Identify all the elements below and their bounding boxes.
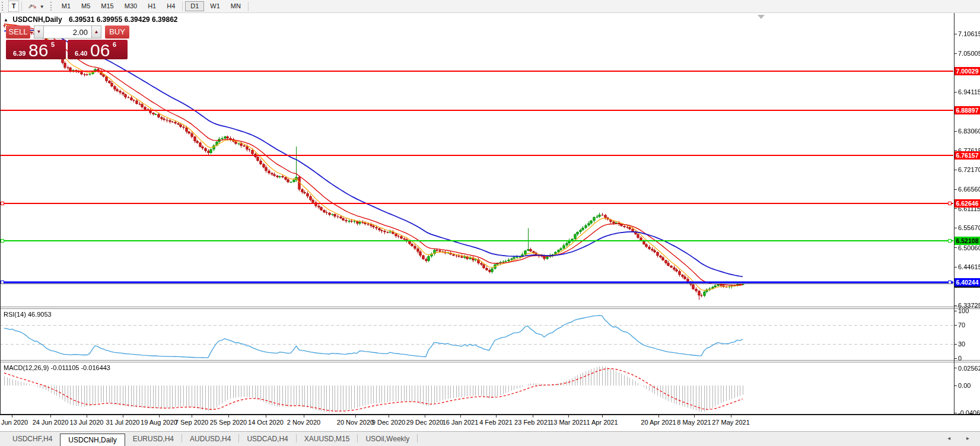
chart-tab-usdcad[interactable]: USDCAD,H4 <box>239 434 295 444</box>
chart-tab-usdcnh[interactable]: USDCNH,Daily <box>60 434 125 446</box>
price-tick-label: 6.44615 <box>958 263 980 270</box>
volume-input[interactable] <box>44 26 91 39</box>
one-click-trading-panel: SELL ▼ ▲ BUY 6.39 86 5 6.40 06 6 <box>6 26 129 59</box>
date-label: 13 Jul 2020 <box>70 419 104 426</box>
rsi-tick-label: 70 <box>958 321 965 329</box>
date-tick <box>658 415 659 418</box>
date-label: 2 Nov 2020 <box>287 419 320 426</box>
price-tick-label: 7.10615 <box>958 30 980 37</box>
price-tick-label: 6.83060 <box>958 128 980 135</box>
tab-scroll-arrows: ◂ ▸ <box>947 435 976 441</box>
date-label: 20 Apr 2021 <box>641 419 676 426</box>
macd-label: MACD(12,26,9) -0.011105 -0.016443 <box>4 364 110 371</box>
buy-price-display[interactable]: 6.40 06 6 <box>68 40 128 59</box>
rsi-tick <box>954 344 957 345</box>
buy-button[interactable]: BUY <box>105 26 129 39</box>
timeframe-d1[interactable]: D1 <box>185 1 204 11</box>
timeframe-h4[interactable]: H4 <box>162 1 180 11</box>
date-tick <box>425 415 425 418</box>
date-label: 4 Feb 2021 <box>479 419 513 426</box>
price-line-label: 6.62646 <box>954 199 980 208</box>
sell-price-pips: 86 <box>28 40 48 60</box>
timeframe-m5[interactable]: M5 <box>77 1 95 11</box>
timeframe-m30[interactable]: M30 <box>120 1 142 11</box>
time-axis[interactable]: 5 Jun 202024 Jun 202013 Jul 202031 Jul 2… <box>0 414 980 432</box>
timeframe-buttons: M1M5M15M30H1H4D1W1MN <box>56 1 250 11</box>
date-label: 8 May 2021 <box>677 419 711 426</box>
chart-tab-usdchf[interactable]: USDCHF,H4 <box>5 434 60 444</box>
toolbar-separator <box>182 2 183 11</box>
date-tick <box>602 415 603 418</box>
volume-decrease-button[interactable]: ▼ <box>34 26 44 39</box>
rsi-tick <box>954 325 957 326</box>
chart-shift-marker[interactable] <box>758 15 765 19</box>
date-label: 14 Oct 2020 <box>248 419 284 426</box>
price-tick-label: 6.66560 <box>958 186 980 193</box>
buy-price-point: 6 <box>113 41 116 48</box>
tab-scroll-left-icon[interactable]: ◂ <box>947 435 957 441</box>
sell-price-display[interactable]: 6.39 86 5 <box>6 40 66 59</box>
date-tick <box>228 415 229 418</box>
tab-scroll-right-icon[interactable]: ▸ <box>966 435 976 441</box>
rsi-tick-label: 0 <box>958 355 962 362</box>
volume-increase-button[interactable]: ▲ <box>91 26 101 39</box>
price-tick <box>954 208 957 209</box>
price-tick <box>954 131 957 132</box>
chevron-down-icon: ▼ <box>40 4 44 9</box>
price-tick-label: 6.72170 <box>958 166 980 173</box>
chart-tab-eurusd[interactable]: EURUSD,H4 <box>125 434 182 444</box>
macd-tick <box>954 386 957 386</box>
price-tick <box>954 53 957 54</box>
date-tick <box>266 415 266 418</box>
date-label: 5 Jun 2020 <box>0 419 28 426</box>
macd-tick-label: -0.040687 <box>958 409 980 416</box>
price-tick <box>954 228 957 228</box>
date-tick <box>460 415 461 418</box>
price-line-label: 6.52108 <box>954 237 980 245</box>
date-label: 23 Feb 2021 <box>514 419 551 426</box>
chart-tab-usoil[interactable]: USOil,Weekly <box>358 434 417 444</box>
buy-price-pips: 06 <box>90 40 110 60</box>
timeframe-m1[interactable]: M1 <box>57 1 75 11</box>
date-label: 19 Aug 2020 <box>141 419 177 426</box>
timeframe-w1[interactable]: W1 <box>205 1 225 11</box>
terminal-window: T ⇗⇘ ▼ M1M5M15M30H1H4D1W1MN ▲ USDCNH,Dai… <box>0 0 980 446</box>
price-tick-label: 6.50060 <box>958 244 980 251</box>
toolbar-drag-handle[interactable] <box>2 2 6 11</box>
date-tick <box>192 415 192 418</box>
date-label: 25 Sep 2020 <box>210 419 247 426</box>
date-tick <box>389 415 389 418</box>
toolbar-drag-handle[interactable] <box>50 2 55 11</box>
macd-tick <box>954 368 957 368</box>
chart-canvas[interactable] <box>0 0 980 446</box>
timeframe-h1[interactable]: H1 <box>143 1 161 11</box>
date-label: 29 Dec 2020 <box>406 419 443 426</box>
pane-separator[interactable] <box>0 360 980 362</box>
macd-tick <box>954 413 957 413</box>
price-tick-label: 7.05005 <box>958 50 980 57</box>
chart-tab-audusd[interactable]: AUDUSD,H4 <box>182 434 238 444</box>
chart-left-border <box>0 13 1 415</box>
collapse-arrow-icon[interactable]: ▲ <box>4 17 8 23</box>
arrows-tool-button[interactable]: ⇗⇘ ▼ <box>24 1 48 11</box>
pane-separator[interactable] <box>0 307 980 309</box>
chart-title: ▲ USDCNH,Daily 6.39531 6.39955 6.39429 6… <box>4 15 177 24</box>
date-tick <box>694 415 695 418</box>
symbol-name: USDCNH,Daily <box>12 15 62 24</box>
date-tick <box>87 415 87 418</box>
text-tool-button[interactable]: T <box>8 1 19 12</box>
sell-button[interactable]: SELL <box>6 26 30 39</box>
date-label: 7 Sep 2020 <box>175 419 208 426</box>
macd-tick-label: 0.00 <box>958 382 971 389</box>
timeframe-mn[interactable]: MN <box>226 1 246 11</box>
chart-tab-xauusd[interactable]: XAUUSD,M15 <box>297 434 358 444</box>
sell-price-base: 6.39 <box>13 50 26 57</box>
date-label: 13 Mar 2021 <box>550 419 587 426</box>
timeframe-m15[interactable]: M15 <box>96 1 118 11</box>
price-tick <box>954 34 957 34</box>
rsi-tick <box>954 311 957 311</box>
rsi-tick <box>954 358 957 359</box>
price-line-label: 7.00029 <box>954 67 980 75</box>
price-line-label: 6.76157 <box>954 151 980 160</box>
arrows-tool-icon: ⇗⇘ <box>28 3 36 9</box>
